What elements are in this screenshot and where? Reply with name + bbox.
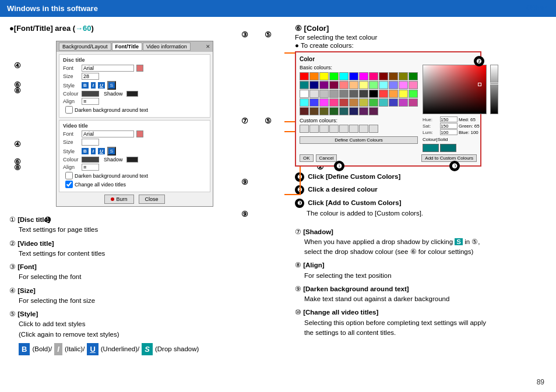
basic-color-43[interactable]: [369, 98, 378, 107]
basic-color-41[interactable]: [349, 98, 358, 107]
basic-color-24[interactable]: [300, 90, 309, 98]
arrow-link[interactable]: →60: [75, 24, 91, 33]
basic-color-35[interactable]: [409, 90, 418, 98]
basic-color-53[interactable]: [349, 107, 358, 115]
darken-bg-checkbox-disc[interactable]: [65, 106, 73, 114]
add-to-custom-btn[interactable]: Add to Custom Colours: [421, 154, 477, 162]
window-close-btn[interactable]: ✕: [206, 44, 210, 50]
darken-bg-checkbox-video[interactable]: [65, 172, 73, 179]
basic-color-7[interactable]: [369, 72, 378, 80]
basic-color-47[interactable]: [409, 98, 418, 107]
tab-font-title[interactable]: Font/Title: [112, 43, 142, 51]
basic-color-8[interactable]: [379, 72, 388, 80]
basic-color-18[interactable]: [359, 81, 368, 89]
basic-color-20[interactable]: [379, 81, 388, 89]
change-all-checkbox[interactable]: [65, 181, 73, 188]
custom-color-5[interactable]: [339, 125, 349, 133]
basic-color-36[interactable]: [300, 98, 309, 107]
basic-color-27[interactable]: [329, 90, 339, 98]
basic-color-13[interactable]: [309, 81, 319, 89]
basic-color-1[interactable]: [309, 72, 319, 80]
custom-color-2[interactable]: [309, 125, 319, 133]
basic-color-45[interactable]: [389, 98, 398, 107]
basic-color-14[interactable]: [319, 81, 329, 89]
basic-color-6[interactable]: [359, 72, 368, 80]
basic-color-37[interactable]: [309, 98, 319, 107]
italic-btn-disc[interactable]: I: [91, 82, 96, 89]
basic-color-28[interactable]: [339, 90, 349, 98]
color-gradient-box[interactable]: [423, 65, 487, 114]
basic-color-11[interactable]: [409, 72, 418, 80]
basic-color-16[interactable]: [339, 81, 349, 89]
shadow-btn-video[interactable]: S: [107, 147, 116, 156]
underline-btn-disc[interactable]: U: [98, 82, 105, 89]
basic-color-2[interactable]: [319, 72, 329, 80]
basic-color-46[interactable]: [399, 98, 408, 107]
align-input-video[interactable]: ≡: [82, 164, 99, 171]
size-input-disc[interactable]: 28: [82, 73, 99, 80]
basic-color-31[interactable]: [369, 90, 378, 98]
basic-color-26[interactable]: [319, 90, 329, 98]
basic-color-40[interactable]: [339, 98, 349, 107]
basic-color-0[interactable]: [300, 72, 309, 80]
ok-btn[interactable]: OK: [300, 154, 314, 162]
size-input-video[interactable]: [82, 139, 99, 146]
basic-color-32[interactable]: [379, 90, 388, 98]
basic-color-33[interactable]: [389, 90, 398, 98]
basic-color-51[interactable]: [329, 107, 339, 115]
basic-color-30[interactable]: [359, 90, 368, 98]
italic-btn-video[interactable]: I: [91, 148, 96, 154]
basic-color-25[interactable]: [309, 90, 319, 98]
basic-color-44[interactable]: [379, 98, 388, 107]
basic-color-23[interactable]: [409, 81, 418, 89]
basic-color-19[interactable]: [369, 81, 378, 89]
basic-color-21[interactable]: [389, 81, 398, 89]
color-swatch-video[interactable]: [82, 157, 99, 163]
window-close-button[interactable]: Close: [139, 195, 165, 204]
lum-input[interactable]: [440, 129, 458, 135]
basic-color-52[interactable]: [339, 107, 349, 115]
font-input-disc[interactable]: Arial: [82, 65, 134, 72]
hue-input[interactable]: [440, 116, 458, 122]
custom-color-3[interactable]: [319, 125, 329, 133]
basic-color-39[interactable]: [329, 98, 339, 107]
custom-color-6[interactable]: [349, 125, 358, 133]
basic-color-55[interactable]: [369, 107, 378, 115]
font-input-video[interactable]: Arial: [82, 130, 134, 137]
custom-color-8[interactable]: [369, 125, 378, 133]
basic-color-5[interactable]: [349, 72, 358, 80]
basic-color-10[interactable]: [399, 72, 408, 80]
basic-color-9[interactable]: [389, 72, 398, 80]
basic-color-22[interactable]: [399, 81, 408, 89]
basic-color-38[interactable]: [319, 98, 329, 107]
basic-color-48[interactable]: [300, 107, 309, 115]
basic-color-34[interactable]: [399, 90, 408, 98]
basic-color-50[interactable]: [319, 107, 329, 115]
basic-color-12[interactable]: [300, 81, 309, 89]
custom-color-1[interactable]: [300, 125, 309, 133]
basic-color-3[interactable]: [329, 72, 339, 80]
shadow-icon: S: [142, 343, 153, 356]
basic-color-42[interactable]: [359, 98, 368, 107]
shadow-btn-disc[interactable]: S: [107, 81, 116, 90]
brightness-bar[interactable]: [490, 65, 498, 114]
custom-color-4[interactable]: [329, 125, 339, 133]
bold-btn-disc[interactable]: B: [82, 82, 89, 89]
basic-color-29[interactable]: [349, 90, 358, 98]
basic-color-17[interactable]: [349, 81, 358, 89]
color-swatch-disc[interactable]: [82, 91, 99, 97]
cancel-btn[interactable]: Cancel: [316, 154, 337, 162]
burn-button[interactable]: Burn: [104, 195, 133, 204]
basic-color-4[interactable]: [339, 72, 349, 80]
tab-background-layout[interactable]: Background/Layout: [59, 43, 111, 51]
basic-color-54[interactable]: [359, 107, 368, 115]
underline-btn-video[interactable]: U: [98, 148, 105, 154]
tab-video-information[interactable]: Video information: [143, 43, 191, 51]
align-input-disc[interactable]: ≡: [82, 98, 99, 105]
basic-color-15[interactable]: [329, 81, 339, 89]
custom-color-7[interactable]: [359, 125, 368, 133]
basic-color-49[interactable]: [309, 107, 319, 115]
define-custom-colors-btn[interactable]: Define Custom Colours: [300, 136, 418, 144]
bold-btn-video[interactable]: B: [82, 148, 89, 154]
sat-input[interactable]: [440, 123, 458, 129]
